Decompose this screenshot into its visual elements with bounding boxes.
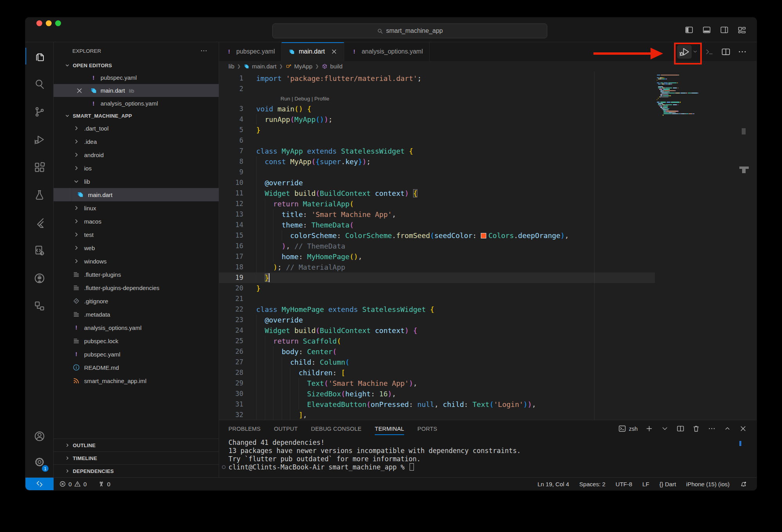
close-icon[interactable]	[331, 48, 338, 55]
activity-item-github[interactable]	[25, 264, 53, 292]
code-line-9[interactable]: 9	[219, 167, 655, 177]
tree-item-windows[interactable]: windows	[54, 254, 219, 268]
layout-grid-icon[interactable]	[737, 25, 746, 34]
tree-item-pubspec-yaml[interactable]: !pubspec.yaml	[54, 348, 219, 361]
tab-analysis-options-yaml[interactable]: !analysis_options.yaml	[344, 42, 430, 61]
minimize-window-button[interactable]	[46, 20, 52, 26]
code-line-23[interactable]: 23 @override	[219, 315, 655, 325]
code-line-29[interactable]: 29 Text('Smart Machine App'),	[219, 378, 655, 389]
code-line-20[interactable]: 20}	[219, 283, 655, 294]
minimap[interactable]	[655, 72, 757, 420]
code-line-31[interactable]: 31 ElevatedButton(onPressed: null, child…	[219, 399, 655, 410]
indentation[interactable]: Spaces: 2	[579, 481, 606, 487]
terminal-prompt[interactable]: clint@Clints-MacBook-Air smart_machine_a…	[219, 463, 757, 471]
tree-item--gitignore[interactable]: .gitignore	[54, 294, 219, 308]
remote-indicator[interactable]	[25, 478, 54, 490]
layout-sidebar-left-icon[interactable]	[685, 25, 694, 34]
chevron-down-icon[interactable]	[661, 425, 669, 433]
code-line-12[interactable]: 12 return MaterialApp(	[219, 199, 655, 209]
tree-item-smart-machine-app-iml[interactable]: smart_machine_app.iml	[54, 374, 219, 387]
code-line-25[interactable]: 25 return Scaffold(	[219, 336, 655, 346]
activity-item-remote-explorer[interactable]	[25, 292, 53, 320]
code-line-11[interactable]: 11 Widget build(BuildContext context) {	[219, 188, 655, 199]
tree-item--flutter-plugins-dependencies[interactable]: .flutter-plugins-dependencies	[54, 281, 219, 294]
code-line-13[interactable]: 13 title: 'Smart Machine App',	[219, 209, 655, 220]
command-center-search[interactable]: smart_machine_app	[272, 23, 547, 38]
eol[interactable]: LF	[642, 481, 649, 487]
layout-panel-icon[interactable]	[702, 25, 711, 34]
code-line-18[interactable]: 18 ); // MaterialApp	[219, 262, 655, 272]
code-line-16[interactable]: 16 ), // ThemeData	[219, 241, 655, 251]
open-editor-item[interactable]: !pubspec.yaml	[54, 71, 219, 84]
ports-status[interactable]: 0	[98, 480, 110, 487]
zoom-window-button[interactable]	[55, 20, 61, 26]
tree-item--idea[interactable]: .idea	[54, 135, 219, 148]
breadcrumb-item-build[interactable]: build	[322, 63, 343, 70]
activity-item-accounts[interactable]	[25, 423, 53, 449]
tree-item--dart-tool[interactable]: .dart_tool	[54, 122, 219, 135]
minimap-slider[interactable]	[742, 128, 746, 134]
tree-item-pubspec-lock[interactable]: pubspec.lock	[54, 334, 219, 348]
trash-icon[interactable]	[692, 425, 700, 433]
code-line-32[interactable]: 32 ],	[219, 410, 655, 420]
tree-item-android[interactable]: android	[54, 148, 219, 161]
activity-item-source-control[interactable]	[25, 98, 53, 125]
code-line-7[interactable]: 7class MyApp extends StatelessWidget {	[219, 146, 655, 156]
code-line-2[interactable]: 2	[219, 84, 655, 94]
activity-item-flutter[interactable]	[25, 209, 53, 236]
activity-item-dart-devtools[interactable]	[25, 236, 53, 264]
code-line-6[interactable]: 6	[219, 135, 655, 146]
breadcrumb-item-myapp[interactable]: MyApp	[286, 63, 313, 70]
tree-item-main-dart[interactable]: main.dart	[54, 188, 219, 201]
code-line-10[interactable]: 10 @override	[219, 177, 655, 188]
codelens-run-debug-profile[interactable]: Run | Debug | Profile	[280, 94, 329, 104]
activity-item-search[interactable]	[25, 70, 53, 98]
open-in-terminal-button[interactable]	[705, 47, 714, 57]
ellipsis-icon[interactable]	[708, 425, 716, 433]
code-line-26[interactable]: 26 body: Center(	[219, 346, 655, 357]
panel-tab-debug-console[interactable]: DEBUG CONSOLE	[311, 420, 361, 437]
panel-tab-ports[interactable]: PORTS	[417, 420, 437, 437]
panel-tab-problems[interactable]: PROBLEMS	[228, 420, 261, 437]
tab-pubspec-yaml[interactable]: !pubspec.yaml	[219, 42, 282, 61]
section-header-timeline[interactable]: TIMELINE	[54, 451, 219, 464]
code-line-19[interactable]: 19 }	[219, 272, 655, 283]
chevron-up-icon[interactable]	[723, 425, 732, 433]
tree-item--flutter-plugins[interactable]: .flutter-plugins	[54, 268, 219, 281]
activity-item-settings[interactable]: 1	[25, 449, 53, 475]
code-line-14[interactable]: 14 theme: ThemeData(	[219, 220, 655, 230]
tree-item-ios[interactable]: ios	[54, 161, 219, 175]
code-line-21[interactable]: 21	[219, 294, 655, 304]
tree-item-macos[interactable]: macos	[54, 215, 219, 228]
open-editors-header[interactable]: OPEN EDITORS	[54, 59, 219, 71]
plus-icon[interactable]	[645, 425, 653, 433]
close-window-button[interactable]	[36, 20, 42, 26]
project-root-header[interactable]: SMART_MACHINE_APP	[54, 110, 219, 122]
section-header-outline[interactable]: OUTLINE	[54, 439, 219, 451]
problems-status[interactable]: 0 0	[59, 480, 87, 487]
close-icon[interactable]	[739, 425, 747, 433]
activity-item-extensions[interactable]	[25, 153, 53, 181]
section-header-dependencies[interactable]: DEPENDENCIES	[54, 464, 219, 477]
code-line-3[interactable]: 3void main() {	[219, 104, 655, 114]
tree-item-readme-md[interactable]: README.md	[54, 361, 219, 374]
tree-item-web[interactable]: web	[54, 241, 219, 254]
panel-tab-output[interactable]: OUTPUT	[274, 420, 298, 437]
code-line-5[interactable]: 5}	[219, 125, 655, 135]
sidebar-more-actions-icon[interactable]	[200, 47, 208, 55]
tree-item-linux[interactable]: linux	[54, 201, 219, 215]
code-line-27[interactable]: 27 child: Column(	[219, 357, 655, 367]
layout-sidebar-right-icon[interactable]	[720, 25, 729, 34]
code-line-15[interactable]: 15 colorScheme: ColorScheme.fromSeed(see…	[219, 230, 655, 241]
code-line-30[interactable]: 30 SizedBox(height: 16),	[219, 389, 655, 399]
code-editor[interactable]: 1import 'package:flutter/material.dart';…	[219, 72, 757, 420]
tree-item-analysis-options-yaml[interactable]: !analysis_options.yaml	[54, 321, 219, 334]
encoding[interactable]: UTF-8	[616, 481, 633, 487]
open-editor-item[interactable]: !analysis_options.yaml	[54, 97, 219, 110]
code-line-17[interactable]: 17 home: MyHomePage(),	[219, 251, 655, 262]
code-line-24[interactable]: 24 Widget build(BuildContext context) {	[219, 325, 655, 336]
breadcrumb-item-lib[interactable]: lib	[228, 63, 234, 70]
notifications-bell[interactable]	[740, 480, 747, 488]
activity-item-explorer[interactable]	[25, 42, 53, 70]
code-line-8[interactable]: 8 const MyApp({super.key});	[219, 156, 655, 167]
